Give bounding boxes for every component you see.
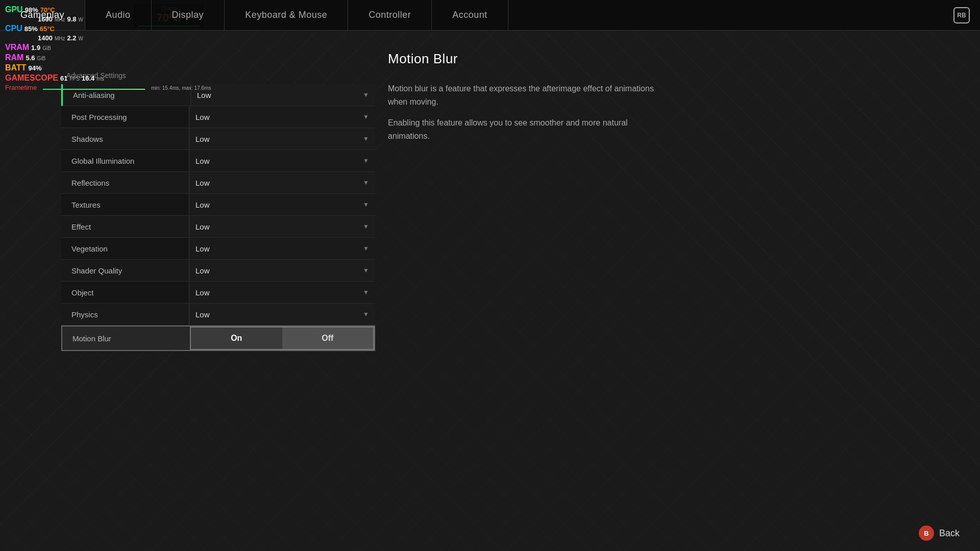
row-value-shadows[interactable]: Low ▼: [189, 128, 375, 149]
row-label-post-processing: Post Processing: [61, 113, 189, 121]
hud-vram-label: VRAM: [5, 43, 29, 52]
nav-item-gameplay[interactable]: Gameplay: [0, 0, 85, 30]
row-value-text-vegetation: Low: [195, 244, 210, 253]
dropdown-arrow-object: ▼: [363, 289, 369, 296]
row-label-textures: Textures: [61, 201, 189, 209]
hud-cpu-clock: 1400: [38, 34, 53, 42]
row-label-shader-quality: Shader Quality: [61, 266, 189, 275]
row-value-global-illumination[interactable]: Low ▼: [189, 150, 375, 171]
row-label-physics: Physics: [61, 310, 189, 319]
row-value-text-object: Low: [195, 288, 210, 297]
dropdown-arrow-textures: ▼: [363, 201, 369, 208]
row-label-global-illumination: Global Illumination: [61, 157, 189, 165]
hud-batt-label: BATT: [5, 63, 26, 72]
settings-row-textures[interactable]: Textures Low ▼: [61, 194, 375, 216]
row-label-effect: Effect: [61, 222, 189, 231]
row-label-anti-aliasing: Anti-aliasing: [63, 91, 190, 99]
row-value-text-textures: Low: [195, 201, 210, 209]
description-title: Motion Blur: [388, 51, 669, 67]
row-value-text-shadows: Low: [195, 135, 210, 143]
settings-row-reflections[interactable]: Reflections Low ▼: [61, 172, 375, 194]
row-value-object[interactable]: Low ▼: [189, 282, 375, 303]
hud-ram-unit: GiB: [37, 56, 46, 61]
row-value-anti-aliasing[interactable]: Low ▼: [190, 84, 375, 106]
row-value-vegetation[interactable]: Low ▼: [189, 238, 375, 259]
settings-row-object[interactable]: Object Low ▼: [61, 282, 375, 304]
hud-ram-used: 5.6: [26, 54, 35, 62]
row-value-shader-quality[interactable]: Low ▼: [189, 260, 375, 281]
hud-gamescope-label: GAMESCOPE: [5, 73, 58, 83]
settings-row-shadows[interactable]: Shadows Low ▼: [61, 128, 375, 150]
nav-item-display[interactable]: Display: [152, 0, 225, 30]
row-value-text-post-processing: Low: [195, 113, 210, 121]
hud-cpu-clock-unit: MHz: [55, 36, 65, 41]
nav-item-audio[interactable]: Audio: [85, 0, 152, 30]
description-text1: Motion blur is a feature that expresses …: [388, 82, 669, 108]
row-value-reflections[interactable]: Low ▼: [189, 172, 375, 193]
settings-panel: Anti-aliasing Low ▼ Post Processing Low …: [61, 84, 375, 351]
row-value-effect[interactable]: Low ▼: [189, 216, 375, 237]
nav-item-controller[interactable]: Controller: [348, 0, 432, 30]
settings-row-vegetation[interactable]: Vegetation Low ▼: [61, 238, 375, 260]
row-value-physics[interactable]: Low ▼: [189, 304, 375, 325]
row-label-reflections: Reflections: [61, 179, 189, 187]
row-value-text-shader-quality: Low: [195, 266, 210, 275]
dropdown-arrow-effect: ▼: [363, 223, 369, 230]
b-button-icon: B: [919, 525, 934, 541]
advanced-settings-label: Advanced Settings: [66, 71, 126, 80]
settings-row-motion-blur[interactable]: Motion Blur On Off: [61, 325, 375, 351]
description-panel: Motion Blur Motion blur is a feature tha…: [388, 51, 669, 142]
row-label-motion-blur: Motion Blur: [62, 334, 190, 343]
toggle-on-button[interactable]: On: [191, 328, 282, 349]
back-button[interactable]: B Back: [919, 525, 960, 541]
dropdown-arrow-global-illumination: ▼: [363, 157, 369, 164]
hud-frametime-label: Frametime: [5, 84, 37, 91]
dropdown-arrow-vegetation: ▼: [363, 245, 369, 252]
settings-row-effect[interactable]: Effect Low ▼: [61, 216, 375, 238]
row-label-shadows: Shadows: [61, 135, 189, 143]
dropdown-arrow-shadows: ▼: [363, 135, 369, 142]
hud-ram-label: RAM: [5, 53, 23, 62]
hud-batt-pct: 94%: [28, 64, 41, 72]
hud-cpu-load-unit: W: [79, 36, 83, 41]
row-value-text-effect: Low: [195, 222, 210, 231]
row-label-object: Object: [61, 288, 189, 297]
back-button-label: Back: [939, 528, 960, 539]
row-value-text-reflections: Low: [195, 179, 210, 187]
settings-row-shader-quality[interactable]: Shader Quality Low ▼: [61, 260, 375, 282]
row-value-text-physics: Low: [195, 310, 210, 319]
rb-button-icon: RB: [953, 7, 970, 23]
row-value-text-global-illumination: Low: [195, 157, 210, 165]
dropdown-arrow-anti-aliasing: ▼: [363, 91, 369, 98]
toggle-container-motion-blur: On Off: [190, 327, 374, 350]
hud-vram-used: 1.9: [31, 44, 40, 52]
dropdown-arrow-reflections: ▼: [363, 179, 369, 186]
nav-item-account[interactable]: Account: [432, 0, 508, 30]
nav-item-keyboard-mouse[interactable]: Keyboard & Mouse: [225, 0, 348, 30]
dropdown-arrow-shader-quality: ▼: [363, 267, 369, 274]
row-value-post-processing[interactable]: Low ▼: [189, 106, 375, 128]
hud-cpu-load: 2.2: [67, 34, 76, 42]
toggle-off-button[interactable]: Off: [282, 328, 374, 349]
row-value-text-anti-aliasing: Low: [197, 91, 211, 99]
dropdown-arrow-physics: ▼: [363, 311, 369, 318]
settings-row-physics[interactable]: Physics Low ▼: [61, 304, 375, 325]
top-nav: Gameplay Audio Display Keyboard & Mouse …: [0, 0, 980, 31]
settings-row-post-processing[interactable]: Post Processing Low ▼: [61, 106, 375, 128]
row-value-textures[interactable]: Low ▼: [189, 194, 375, 215]
nav-rb-icon: RB: [943, 0, 980, 30]
dropdown-arrow-post-processing: ▼: [363, 113, 369, 120]
settings-row-global-illumination[interactable]: Global Illumination Low ▼: [61, 150, 375, 172]
hud-vram-unit: GiB: [42, 45, 51, 51]
settings-row-anti-aliasing[interactable]: Anti-aliasing Low ▼: [61, 84, 375, 106]
description-text2: Enabling this feature allows you to see …: [388, 116, 669, 142]
row-label-vegetation: Vegetation: [61, 244, 189, 253]
